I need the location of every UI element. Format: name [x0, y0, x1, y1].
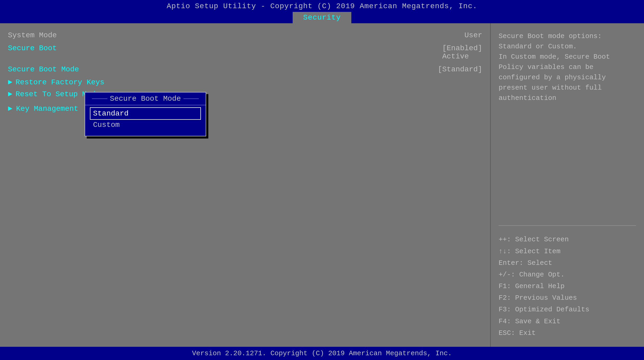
- footer: Version 2.20.1271. Copyright (C) 2019 Am…: [0, 347, 644, 360]
- popup-title-bar: Secure Boot Mode: [85, 93, 206, 105]
- header: Aptio Setup Utility - Copyright (C) 2019…: [0, 0, 644, 23]
- left-panel: System Mode User Secure Boot [Enabled] A…: [0, 23, 491, 347]
- key-select-screen: ++: Select Screen: [499, 234, 636, 245]
- secure-boot-mode-label: Secure Boot Mode: [8, 65, 79, 73]
- bios-screen: Aptio Setup Utility - Copyright (C) 2019…: [0, 0, 644, 360]
- system-mode-row: System Mode User: [8, 31, 482, 39]
- secure-boot-status: Active: [442, 52, 469, 61]
- help-keys: ++: Select Screen ↑↓: Select Item Enter:…: [499, 234, 636, 339]
- secure-boot-mode-value: [Standard]: [438, 65, 482, 73]
- secure-boot-mode-popup[interactable]: Secure Boot Mode Standard Custom: [85, 92, 206, 136]
- popup-title: Secure Boot Mode: [110, 95, 181, 103]
- key-enter: Enter: Select: [499, 257, 636, 269]
- system-mode-label: System Mode: [8, 31, 57, 39]
- key-change-opt: +/-: Change Opt.: [499, 269, 636, 280]
- key-f2: F2: Previous Values: [499, 292, 636, 304]
- secure-boot-label: Secure Boot: [8, 44, 57, 52]
- key-f3: F3: Optimized Defaults: [499, 304, 636, 315]
- key-select-item: ↑↓: Select Item: [499, 246, 636, 257]
- secure-boot-value: [Enabled]: [442, 44, 482, 52]
- footer-text: Version 2.20.1271. Copyright (C) 2019 Am…: [192, 349, 452, 357]
- key-esc: ESC: Exit: [499, 327, 636, 339]
- secure-boot-row[interactable]: Secure Boot [Enabled] Active: [8, 44, 482, 61]
- help-text: Secure Boot mode options:Standard or Cus…: [499, 31, 636, 220]
- popup-option-custom[interactable]: Custom: [90, 119, 200, 131]
- separator: [499, 225, 636, 226]
- reset-to-setup-mode-row[interactable]: ► Reset To Setup Mode: [8, 90, 482, 98]
- right-panel: Secure Boot mode options:Standard or Cus…: [491, 23, 644, 347]
- reset-to-setup-mode-arrow: ►: [8, 90, 12, 98]
- popup-overlay: Secure Boot Mode Standard Custom: [85, 92, 206, 136]
- popup-option-standard[interactable]: Standard: [90, 108, 200, 119]
- secure-boot-values: [Enabled] Active: [442, 44, 482, 61]
- key-management-label: Key Management: [16, 105, 78, 113]
- restore-factory-keys-arrow: ►: [8, 78, 12, 86]
- header-tab[interactable]: Security: [293, 12, 351, 23]
- secure-boot-mode-row[interactable]: Secure Boot Mode [Standard]: [8, 65, 482, 73]
- restore-factory-keys-row[interactable]: ► Restore Factory Keys: [8, 78, 482, 86]
- key-f1: F1: General Help: [499, 280, 636, 292]
- header-title: Aptio Setup Utility - Copyright (C) 2019…: [0, 2, 644, 12]
- popup-options: Standard Custom: [85, 105, 206, 136]
- content-area: System Mode User Secure Boot [Enabled] A…: [0, 23, 644, 347]
- key-management-arrow: ►: [8, 105, 12, 113]
- system-mode-value: User: [464, 31, 482, 39]
- help-description: Secure Boot mode options:Standard or Cus…: [499, 32, 610, 102]
- key-management-row[interactable]: ► Key Management: [8, 105, 482, 113]
- restore-factory-keys-label: Restore Factory Keys: [16, 78, 104, 86]
- key-f4: F4: Save & Exit: [499, 316, 636, 327]
